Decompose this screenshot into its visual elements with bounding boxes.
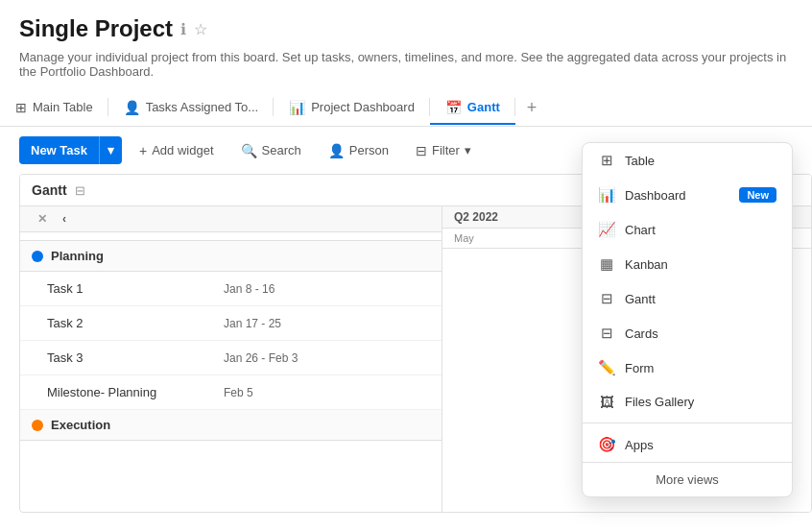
- title-row: Single Project ℹ ☆: [19, 15, 793, 42]
- tab-project-dashboard[interactable]: 📊 Project Dashboard: [274, 92, 430, 125]
- add-widget-button[interactable]: + Add widget: [130, 137, 224, 164]
- person-label: Person: [349, 143, 389, 157]
- apps-menu-icon: 🎯: [598, 436, 615, 453]
- close-gantt-icon[interactable]: ✕: [32, 210, 53, 228]
- tab-main-table[interactable]: ⊞ Main Table: [0, 92, 108, 125]
- files-gallery-menu-label: Files Gallery: [625, 395, 694, 409]
- filter-button[interactable]: ⊟ Filter ▾: [406, 137, 481, 164]
- task3-dates: Jan 26 - Feb 3: [212, 344, 442, 373]
- milestone-name: Milestone- Planning: [20, 377, 212, 407]
- task-row-milestone: Milestone- Planning Feb 5: [20, 375, 442, 410]
- menu-item-cards-left: ⊟ Cards: [598, 325, 658, 342]
- dashboard-new-badge: New: [739, 187, 776, 203]
- planning-dot: [32, 251, 43, 262]
- gantt-left-quarter-header: ✕ ‹: [20, 206, 442, 232]
- group-planning-row: Planning: [20, 241, 442, 272]
- menu-item-kanban[interactable]: ▦ Kanban: [583, 247, 792, 281]
- tabs-bar: ⊞ Main Table 👤 Tasks Assigned To... 📊 Pr…: [0, 90, 812, 127]
- gantt-menu-icon: ⊟: [598, 290, 615, 307]
- task1-dates: Jan 8 - 16: [212, 275, 442, 303]
- form-menu-label: Form: [625, 361, 654, 375]
- gantt-panel-title: Gantt: [32, 182, 67, 198]
- tab-main-table-label: Main Table: [33, 100, 93, 114]
- search-label: Search: [262, 143, 301, 157]
- menu-item-form[interactable]: ✏️ Form: [583, 350, 792, 385]
- form-menu-icon: ✏️: [598, 359, 615, 376]
- milestone-dates: Feb 5: [212, 378, 442, 407]
- menu-item-files-gallery-left: 🖼 Files Gallery: [598, 394, 694, 410]
- new-task-label: New Task: [19, 136, 99, 164]
- task-row-1: Task 1 Jan 8 - 16: [20, 272, 442, 306]
- planning-label: Planning: [51, 249, 104, 263]
- tasks-assigned-icon: 👤: [124, 100, 140, 115]
- menu-item-apps[interactable]: 🎯 Apps: [583, 427, 792, 462]
- new-task-button[interactable]: New Task ▾: [19, 136, 122, 164]
- page-subtitle: Manage your individual project from this…: [19, 50, 793, 79]
- search-button[interactable]: 🔍 Search: [231, 137, 311, 164]
- task1-name: Task 1: [20, 274, 212, 303]
- view-dropdown-menu: ⊞ Table 📊 Dashboard New 📈 Chart ▦ Kanban…: [582, 142, 793, 497]
- menu-item-cards[interactable]: ⊟ Cards: [583, 316, 792, 350]
- gantt-icon: 📅: [445, 100, 462, 115]
- tab-gantt[interactable]: 📅 Gantt: [430, 92, 515, 125]
- dashboard-menu-icon: 📊: [598, 186, 615, 204]
- menu-item-dashboard[interactable]: 📊 Dashboard New: [583, 178, 792, 212]
- menu-item-form-left: ✏️ Form: [598, 359, 654, 376]
- search-icon: 🔍: [241, 143, 257, 158]
- main-table-icon: ⊞: [15, 100, 27, 115]
- new-task-arrow[interactable]: ▾: [99, 136, 122, 164]
- chart-menu-label: Chart: [625, 223, 656, 237]
- info-icon[interactable]: ℹ: [180, 20, 186, 38]
- task3-name: Task 3: [20, 343, 212, 373]
- menu-item-chart[interactable]: 📈 Chart: [583, 212, 792, 247]
- menu-item-kanban-left: ▦ Kanban: [598, 255, 668, 273]
- more-views-button[interactable]: More views: [583, 462, 792, 496]
- quarter-label: Q2 2022: [454, 210, 498, 224]
- tab-tasks-assigned[interactable]: 👤 Tasks Assigned To...: [108, 92, 275, 125]
- prev-arrow[interactable]: ‹: [57, 210, 72, 228]
- tab-project-dashboard-label: Project Dashboard: [311, 100, 415, 114]
- task-row-2: Task 2 Jan 17 - 25: [20, 306, 442, 341]
- execution-label: Execution: [51, 418, 110, 432]
- menu-divider: [583, 422, 792, 423]
- gantt-filter-icon[interactable]: ⊟: [75, 183, 85, 198]
- menu-item-apps-left: 🎯 Apps: [598, 436, 654, 453]
- chart-menu-icon: 📈: [598, 221, 615, 238]
- menu-item-table-left: ⊞ Table: [598, 152, 655, 169]
- project-dashboard-icon: 📊: [289, 100, 305, 115]
- filter-chevron-icon: ▾: [465, 143, 471, 157]
- menu-item-dashboard-left: 📊 Dashboard: [598, 186, 686, 204]
- gantt-title-area: Gantt ⊟: [32, 182, 85, 198]
- menu-item-chart-left: 📈 Chart: [598, 221, 656, 238]
- page-header: Single Project ℹ ☆ Manage your individua…: [0, 0, 812, 79]
- menu-item-table[interactable]: ⊞ Table: [583, 143, 792, 178]
- kanban-menu-icon: ▦: [598, 255, 615, 273]
- gantt-left-panel: ✕ ‹ Planning Task 1 Jan 8 - 16 Task 2 Ja…: [20, 206, 442, 513]
- month-row-left: [20, 232, 442, 241]
- add-tab-button[interactable]: +: [515, 90, 549, 126]
- files-gallery-menu-icon: 🖼: [598, 394, 615, 410]
- person-button[interactable]: 👤 Person: [319, 137, 398, 164]
- menu-item-gantt[interactable]: ⊟ Gantt: [583, 281, 792, 316]
- add-widget-label: Add widget: [152, 143, 213, 157]
- kanban-menu-label: Kanban: [625, 257, 668, 272]
- menu-item-files-gallery[interactable]: 🖼 Files Gallery: [583, 385, 792, 419]
- table-menu-label: Table: [625, 154, 655, 168]
- tab-tasks-assigned-label: Tasks Assigned To...: [146, 100, 259, 114]
- apps-menu-label: Apps: [625, 438, 654, 452]
- cards-menu-label: Cards: [625, 326, 658, 341]
- filter-label: Filter: [432, 143, 460, 157]
- task-row-3: Task 3 Jan 26 - Feb 3: [20, 341, 442, 375]
- add-widget-icon: +: [139, 143, 147, 158]
- menu-item-gantt-left: ⊟ Gantt: [598, 290, 656, 307]
- page-title: Single Project: [19, 15, 173, 42]
- star-icon[interactable]: ☆: [194, 20, 207, 38]
- execution-dot: [32, 420, 43, 431]
- gantt-menu-label: Gantt: [625, 292, 656, 306]
- task2-name: Task 2: [20, 308, 212, 338]
- group-execution-row: Execution: [20, 410, 442, 441]
- person-icon: 👤: [328, 143, 345, 158]
- filter-icon: ⊟: [416, 143, 427, 158]
- nav-arrows: ✕ ‹: [32, 210, 72, 228]
- dashboard-menu-label: Dashboard: [625, 188, 686, 203]
